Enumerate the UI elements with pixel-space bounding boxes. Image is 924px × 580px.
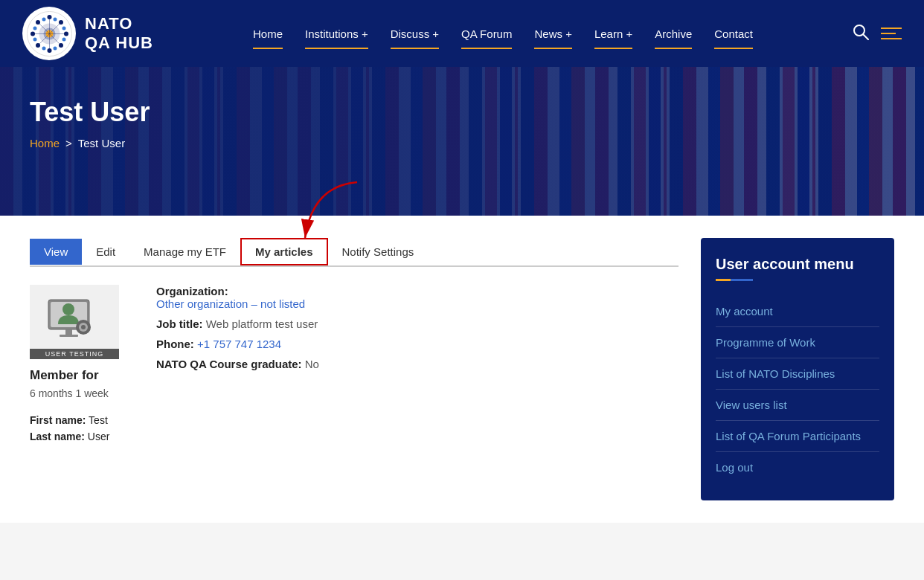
sidebar-link-view-users[interactable]: View users list [716, 390, 879, 421]
nav-home[interactable]: Home [244, 22, 292, 46]
svg-point-30 [62, 303, 74, 315]
tabs-wrapper: View Edit Manage my ETF My articles Noti… [30, 238, 678, 267]
svg-point-21 [33, 37, 36, 41]
nav-archive[interactable]: Archive [646, 22, 701, 46]
main-content: View Edit Manage my ETF My articles Noti… [0, 216, 924, 523]
content-area: View Edit Manage my ETF My articles Noti… [30, 238, 678, 500]
tab-edit[interactable]: Edit [82, 239, 129, 265]
sidebar-title-underline [716, 279, 753, 281]
svg-rect-31 [65, 329, 72, 335]
hamburger-menu-icon[interactable] [881, 28, 902, 39]
sidebar-link-programme-of-work[interactable]: Programme of Work [716, 327, 879, 358]
member-for-label: Member for [30, 368, 134, 383]
main-nav: Home Institutions + Discuss + QA Forum N… [168, 22, 838, 46]
nav-institutions[interactable]: Institutions + [296, 22, 377, 46]
nato-field: NATO QA Course graduate: No [156, 358, 678, 370]
nav-contact[interactable]: Contact [705, 22, 762, 46]
nav-qa-forum[interactable]: QA Forum [452, 22, 521, 46]
svg-line-26 [863, 34, 868, 39]
organization-field: Organization: Other organization – not l… [156, 285, 678, 310]
logo-text: NATO QA HUB [85, 14, 153, 54]
first-name-field: First name: Test [30, 414, 134, 426]
nav-news[interactable]: News + [525, 22, 580, 46]
profile-section: USER TESTING Member for 6 months 1 week … [30, 285, 678, 447]
tab-view[interactable]: View [30, 239, 82, 265]
svg-point-20 [62, 26, 65, 30]
logo-icon [22, 7, 76, 60]
svg-point-23 [42, 46, 45, 50]
organization-value[interactable]: Other organization – not listed [156, 297, 305, 310]
last-name-field: Last name: User [30, 431, 134, 442]
svg-point-24 [53, 46, 57, 50]
job-title-field: Job title: Web platform test user [156, 318, 678, 330]
breadcrumb-home-link[interactable]: Home [30, 137, 60, 149]
nav-learn[interactable]: Learn + [585, 22, 641, 46]
tab-manage-etf[interactable]: Manage my ETF [129, 239, 240, 265]
breadcrumb-current: Test User [78, 137, 125, 149]
page-title: Test User [30, 97, 894, 128]
phone-field: Phone: +1 757 747 1234 [156, 338, 678, 350]
logo-area[interactable]: NATO QA HUB [22, 7, 153, 60]
nav-discuss[interactable]: Discuss + [382, 22, 448, 46]
member-duration: 6 months 1 week [30, 387, 134, 399]
svg-point-18 [53, 17, 57, 21]
sidebar-link-qa-forum-participants[interactable]: List of QA Forum Participants [716, 421, 879, 452]
svg-point-19 [33, 26, 36, 30]
breadcrumb: Home > Test User [30, 137, 894, 149]
avatar-label: USER TESTING [30, 349, 119, 359]
header: NATO QA HUB Home Institutions + Discuss … [0, 0, 924, 67]
sidebar: User account menu My account Programme o… [701, 238, 894, 500]
avatar: USER TESTING [30, 285, 119, 359]
sidebar-menu: User account menu My account Programme o… [701, 238, 894, 500]
svg-point-22 [62, 37, 65, 41]
svg-point-17 [42, 17, 45, 21]
svg-rect-32 [60, 335, 78, 337]
phone-value[interactable]: +1 757 747 1234 [197, 338, 281, 350]
hero-banner: Test User Home > Test User [0, 67, 924, 216]
sidebar-title: User account menu [716, 256, 879, 273]
profile-left: USER TESTING Member for 6 months 1 week … [30, 285, 134, 447]
breadcrumb-separator: > [65, 137, 72, 149]
search-icon[interactable] [853, 24, 869, 44]
annotation-arrow [283, 178, 372, 245]
sidebar-link-logout[interactable]: Log out [716, 452, 879, 483]
profile-right: Organization: Other organization – not l… [156, 285, 678, 378]
sidebar-link-nato-disciplines[interactable]: List of NATO Disciplines [716, 358, 879, 390]
header-icons [853, 24, 902, 44]
svg-point-35 [81, 325, 86, 329]
sidebar-link-my-account[interactable]: My account [716, 296, 879, 327]
